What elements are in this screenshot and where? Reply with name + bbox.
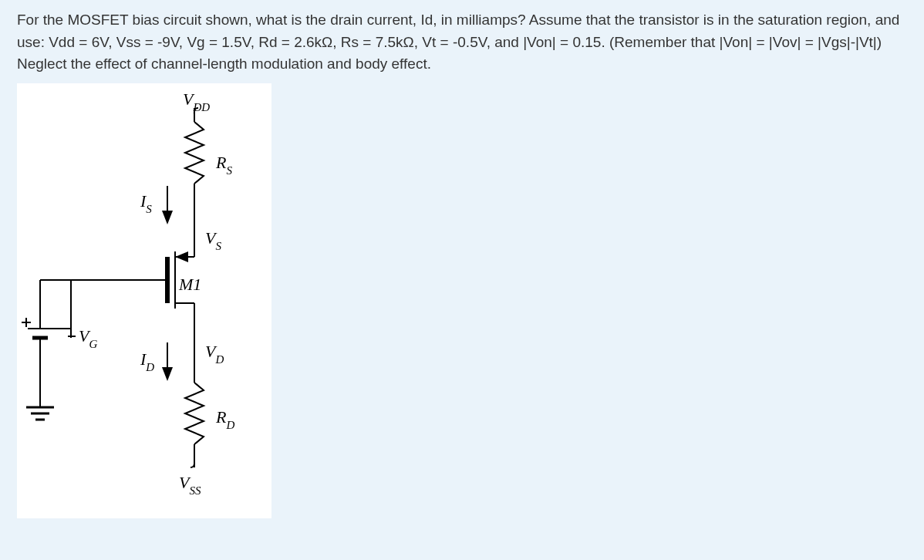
m1-label: M1 (178, 275, 201, 294)
id-label: ID (140, 349, 154, 373)
rs-label: RS (215, 153, 232, 177)
svg-marker-5 (175, 251, 188, 262)
rd-label: RD (215, 407, 234, 431)
svg-marker-3 (162, 211, 173, 224)
vg-label: VG (79, 326, 97, 350)
vs-label: VS (205, 228, 221, 252)
vd-label: VD (205, 342, 224, 366)
is-label: IS (140, 191, 152, 215)
svg-marker-12 (162, 367, 173, 381)
vdd-label: VDD (183, 89, 210, 113)
circuit-figure: VDD RS IS VS M1 ID VD (17, 83, 271, 518)
question-text: For the MOSFET bias circuit shown, what … (17, 9, 907, 76)
vss-label: VSS (179, 473, 201, 497)
